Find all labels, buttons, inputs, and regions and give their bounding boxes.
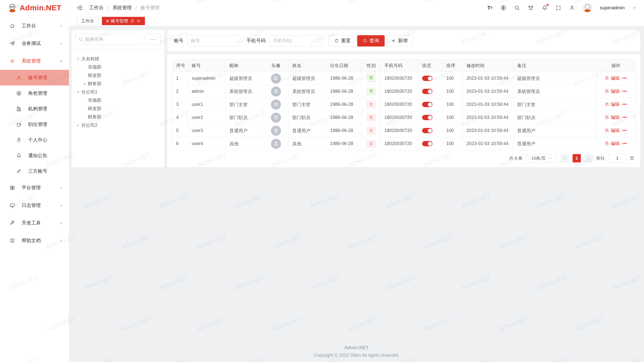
status-toggle[interactable]: [422, 76, 432, 81]
language-icon[interactable]: [500, 5, 506, 11]
watermark-text: Admin.NET: [234, 192, 265, 210]
send-icon: [10, 41, 15, 46]
tree-node[interactable]: ▾ 分公司1: [72, 88, 164, 96]
sidebar-item-business-test[interactable]: 业务测试: [0, 35, 69, 52]
row-more-button[interactable]: •••: [622, 115, 627, 120]
watermark-text: Admin.NET: [385, 192, 416, 210]
row-more-button[interactable]: •••: [622, 102, 627, 107]
row-more-button[interactable]: •••: [622, 89, 627, 94]
menu-collapse-icon[interactable]: [77, 5, 83, 11]
caret-right-icon[interactable]: ▸: [82, 82, 88, 85]
caret-right-icon[interactable]: ▸: [75, 123, 81, 127]
sidebar-item-org-mgmt[interactable]: 机构管理: [0, 101, 69, 117]
sidebar-item-account-mgmt[interactable]: 账号管理: [0, 70, 69, 85]
cell-modified: 2023-01-03 10:59:44: [463, 137, 514, 150]
tree-node[interactable]: ▸ 分公司2: [72, 121, 164, 129]
edit-button[interactable]: 编辑: [605, 88, 620, 94]
tab-account-mgmt[interactable]: 账号管理: [102, 17, 145, 25]
add-button[interactable]: 新增: [386, 35, 413, 47]
user-table: 序号账号昵称头像姓名出生日期性别手机号码状态排序修改时间备注操作 1 super…: [172, 59, 635, 150]
edit-button[interactable]: 编辑: [605, 101, 620, 107]
caret-down-icon[interactable]: ▾: [75, 90, 81, 94]
theme-shirt-icon[interactable]: [528, 5, 534, 11]
caret-down-icon[interactable]: ▾: [75, 57, 81, 61]
breadcrumb-item[interactable]: 系统管理: [112, 5, 132, 11]
edit-button[interactable]: 编辑: [605, 114, 620, 120]
sidebar-item-workbench[interactable]: 工作台: [0, 17, 69, 35]
edit-button[interactable]: 编辑: [605, 127, 620, 133]
org-search-input[interactable]: [85, 37, 139, 42]
font-size-icon[interactable]: TT: [488, 5, 493, 10]
notification-bell-icon[interactable]: [542, 5, 548, 11]
watermark-text: Admin.NET: [120, 233, 152, 251]
sidebar-item-role-mgmt[interactable]: 角色管理: [0, 85, 69, 101]
refresh-icon[interactable]: [130, 19, 134, 23]
tree-node[interactable]: 研发部: [72, 71, 164, 79]
row-more-button[interactable]: •••: [622, 141, 627, 146]
sidebar-item-help-docs[interactable]: 帮助文档: [0, 232, 69, 249]
stamp-icon: [16, 137, 22, 143]
cell-birthday: 1986-06-28: [327, 124, 362, 137]
tree-node[interactable]: 财务部: [72, 113, 164, 121]
cell-gender: 女: [362, 124, 381, 137]
tree-node[interactable]: 研发部: [72, 104, 164, 113]
sidebar-item-position-mgmt[interactable]: 职位管理: [0, 117, 69, 132]
account-input[interactable]: [187, 35, 240, 47]
fullscreen-icon[interactable]: [555, 5, 561, 11]
page-size-select[interactable]: 10条/页: [526, 154, 557, 162]
tree-node[interactable]: 市场部: [72, 96, 164, 104]
prev-page-button[interactable]: [561, 154, 569, 162]
logo[interactable]: Admin.NET: [0, 0, 69, 16]
sidebar-item-log-mgmt[interactable]: 日志管理: [0, 197, 69, 214]
watermark-text: Admin.NET: [460, 192, 492, 210]
search-button[interactable]: 查询: [357, 35, 385, 47]
sidebar-item-third-party-account[interactable]: 三方账号: [0, 163, 69, 179]
search-icon[interactable]: [514, 5, 520, 11]
sidebar-item-system-mgmt[interactable]: 系统管理: [0, 52, 69, 70]
sidebar-item-label: 开发工具: [22, 220, 41, 226]
tree-node[interactable]: ▾ 大名科技: [72, 55, 164, 63]
sidebar-item-notice[interactable]: 通知公告: [0, 148, 69, 163]
phone-input[interactable]: [269, 35, 322, 47]
breadcrumb-item[interactable]: 工作台: [89, 5, 104, 11]
sidebar-item-label: 帮助文档: [22, 237, 41, 244]
user-avatar[interactable]: [583, 3, 592, 12]
edit-button[interactable]: 编辑: [605, 75, 620, 81]
tree-node[interactable]: ▸ 财务部: [72, 79, 164, 88]
org-more-button[interactable]: ...: [145, 34, 161, 45]
goto-page-input[interactable]: [608, 154, 626, 162]
cell-gender: 女: [362, 137, 381, 150]
edit-button[interactable]: 编辑: [605, 141, 620, 147]
status-toggle[interactable]: [422, 89, 432, 94]
sidebar-item-profile-center[interactable]: 个人中心: [0, 132, 69, 148]
status-toggle[interactable]: [422, 141, 432, 146]
next-page-button[interactable]: [584, 154, 593, 162]
org-search-box: [75, 34, 142, 45]
edit-label: 编辑: [611, 141, 620, 147]
sidebar-item-platform-mgmt[interactable]: 平台管理: [0, 179, 69, 197]
sidebar-item-label: 业务测试: [22, 40, 41, 47]
watermark-text: Admin.NET: [271, 233, 303, 251]
chevron-down-icon[interactable]: [632, 6, 636, 10]
watermark-text: Admin.NET: [422, 233, 454, 251]
gender-tag: 女: [367, 101, 376, 108]
cell-status: [419, 111, 443, 124]
edit-icon: [605, 102, 609, 106]
row-more-button[interactable]: •••: [622, 76, 627, 80]
username[interactable]: superadmin: [600, 5, 625, 11]
row-more-button[interactable]: •••: [622, 128, 627, 133]
reset-button[interactable]: 重置: [329, 35, 356, 47]
sidebar-item-dev-tools[interactable]: 开发工具: [0, 214, 69, 232]
status-toggle[interactable]: [422, 115, 432, 120]
cell-gender: 女: [362, 98, 381, 111]
tab-workbench[interactable]: 工作台: [77, 17, 99, 25]
watermark-text: Admin.NET: [309, 274, 341, 292]
page-number-current[interactable]: 1: [573, 154, 581, 162]
tree-node[interactable]: 市场部: [72, 63, 164, 71]
status-toggle[interactable]: [422, 128, 432, 133]
cell-sort: 100: [443, 124, 463, 137]
close-icon[interactable]: [137, 19, 140, 23]
profile-icon[interactable]: [569, 5, 575, 11]
sidebar-item-label: 个人中心: [28, 137, 47, 143]
status-toggle[interactable]: [422, 102, 432, 107]
